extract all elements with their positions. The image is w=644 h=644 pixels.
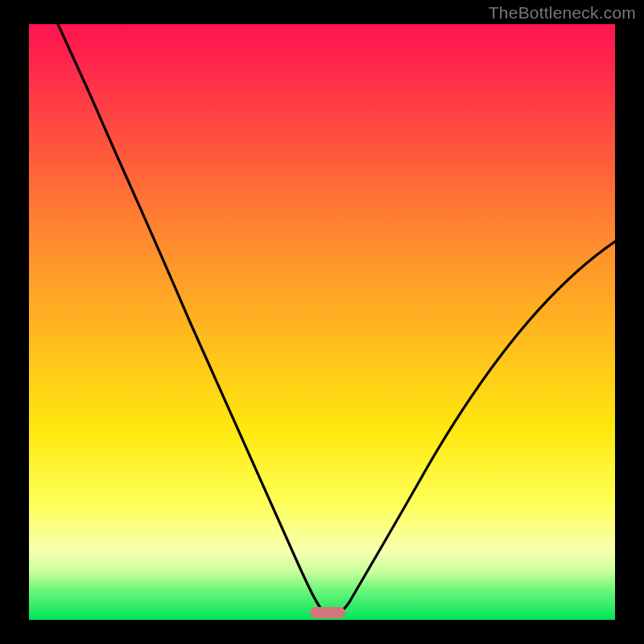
curve-path <box>58 24 615 617</box>
watermark-text: TheBottleneck.com <box>489 3 636 23</box>
chart-frame: TheBottleneck.com <box>0 0 644 644</box>
bottleneck-curve <box>29 24 615 620</box>
optimum-marker <box>310 607 345 618</box>
plot-area <box>29 24 615 620</box>
